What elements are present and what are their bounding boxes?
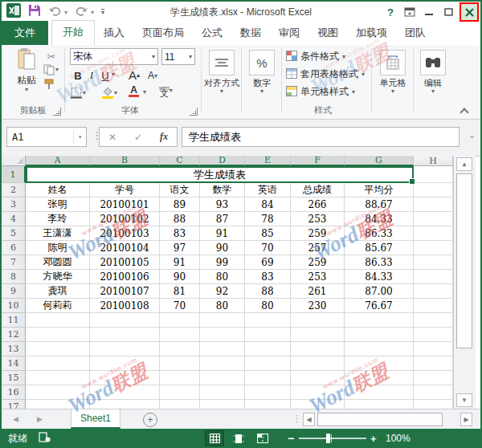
name-box-dropdown-icon[interactable]: ▾ <box>73 130 86 144</box>
cell[interactable]: 20100108 <box>90 299 160 313</box>
cell[interactable]: 70 <box>245 241 291 255</box>
cell[interactable]: 253 <box>291 270 345 284</box>
normal-view-button[interactable] <box>205 430 224 446</box>
cell[interactable]: 84.33 <box>345 212 414 226</box>
zoom-in-button[interactable]: + <box>370 433 377 445</box>
cell[interactable]: 93 <box>200 198 245 212</box>
cell[interactable]: 83 <box>245 270 291 284</box>
cell[interactable] <box>245 385 291 400</box>
cell[interactable] <box>345 400 414 409</box>
cell[interactable]: 70 <box>160 299 200 313</box>
cancel-entry-button[interactable]: ✕ <box>108 132 116 143</box>
cell[interactable]: 259 <box>291 226 345 241</box>
sheet-tab-sheet1[interactable]: Sheet1 <box>71 409 120 429</box>
cell[interactable]: 学号 <box>90 183 160 198</box>
page-layout-view-button[interactable] <box>229 430 248 446</box>
page-break-view-button[interactable] <box>253 430 272 446</box>
cell[interactable] <box>200 385 245 400</box>
format-painter-button[interactable] <box>43 79 55 90</box>
cell[interactable] <box>414 400 453 409</box>
name-box[interactable]: A1 ▾ <box>6 127 87 147</box>
cell[interactable] <box>90 356 160 371</box>
select-all-button[interactable] <box>2 156 26 166</box>
cell[interactable]: 龚琪 <box>26 284 90 299</box>
cell[interactable] <box>414 299 453 313</box>
row-header-13[interactable]: 13 <box>2 342 26 356</box>
cell[interactable] <box>160 356 200 371</box>
cell[interactable] <box>160 385 200 400</box>
cell[interactable]: 78 <box>245 212 291 226</box>
cell[interactable]: 81 <box>160 284 200 299</box>
row-header-16[interactable]: 16 <box>2 385 26 400</box>
ribbon-tab-数据[interactable]: 数据 <box>231 22 270 45</box>
merged-title-cell[interactable]: 学生成绩表 <box>26 166 414 183</box>
font-size-combobox[interactable]: 11 ▾ <box>161 48 195 65</box>
font-dialog-launcher[interactable] <box>190 108 198 116</box>
cell[interactable] <box>200 400 245 409</box>
italic-button[interactable]: I <box>87 68 96 83</box>
cell[interactable] <box>200 356 245 371</box>
cell[interactable] <box>90 342 160 356</box>
cell[interactable] <box>26 400 90 409</box>
ribbon-tab-审阅[interactable]: 审阅 <box>270 22 308 45</box>
cell[interactable] <box>26 385 90 400</box>
horizontal-scrollbar[interactable] <box>316 413 459 426</box>
save-button[interactable] <box>28 4 41 20</box>
undo-button[interactable] <box>48 5 62 19</box>
cell[interactable]: 李玲 <box>26 212 90 226</box>
sheet-nav-left-icon[interactable]: ◀ <box>13 415 18 423</box>
ribbon-tab-加载项[interactable]: 加载项 <box>347 22 396 45</box>
ribbon-tab-插入[interactable]: 插入 <box>95 22 133 45</box>
cell[interactable]: 97 <box>160 241 200 255</box>
formula-input[interactable]: 学生成绩表 <box>182 127 460 147</box>
column-header-B[interactable]: B <box>90 156 160 166</box>
cell[interactable] <box>26 328 90 342</box>
alignment-group-button[interactable]: 对齐方式 ▾ <box>204 50 239 94</box>
underline-button[interactable]: U <box>100 68 111 83</box>
cell[interactable] <box>414 356 453 371</box>
column-header-H[interactable]: H <box>414 156 453 166</box>
row-header-11[interactable]: 11 <box>2 313 26 328</box>
cell[interactable] <box>291 328 345 342</box>
cell[interactable] <box>90 385 160 400</box>
cell[interactable] <box>245 342 291 356</box>
ribbon-display-options-button[interactable] <box>402 3 418 21</box>
cell[interactable] <box>245 313 291 328</box>
undo-dropdown-icon[interactable]: ▾ <box>64 9 67 16</box>
cell[interactable]: 87.00 <box>345 284 414 299</box>
cell[interactable] <box>26 342 90 356</box>
scroll-down-icon[interactable]: ▼ <box>456 393 472 407</box>
cell[interactable]: 91 <box>160 255 200 270</box>
cell[interactable]: 数学 <box>200 183 245 198</box>
cell[interactable]: 87 <box>200 212 245 226</box>
cell[interactable] <box>160 313 200 328</box>
expand-formula-bar-icon[interactable]: ⌄ <box>469 131 476 140</box>
cells-group-button[interactable]: 单元格 ▾ <box>376 50 410 94</box>
cut-button[interactable]: ✂ <box>43 50 59 63</box>
cell[interactable] <box>200 371 245 385</box>
cell[interactable] <box>414 328 453 342</box>
cell[interactable] <box>245 356 291 371</box>
column-header-A[interactable]: A <box>26 156 90 166</box>
row-header-5[interactable]: 5 <box>2 226 26 241</box>
cell[interactable] <box>414 198 453 212</box>
cell[interactable] <box>90 328 160 342</box>
cell[interactable]: 84 <box>245 198 291 212</box>
zoom-slider-track[interactable] <box>299 438 366 439</box>
close-button[interactable] <box>460 2 479 22</box>
cell[interactable]: 何莉莉 <box>26 299 90 313</box>
shrink-font-button[interactable]: A▾ <box>148 70 157 81</box>
row-header-7[interactable]: 7 <box>2 255 26 270</box>
cell[interactable] <box>345 385 414 400</box>
cell[interactable] <box>414 284 453 299</box>
cell[interactable] <box>245 371 291 385</box>
enter-entry-button[interactable]: ✓ <box>134 132 142 143</box>
cell[interactable]: 20100103 <box>90 226 160 241</box>
redo-dropdown-icon[interactable]: ▾ <box>91 9 94 16</box>
cell[interactable] <box>414 166 453 183</box>
cell[interactable]: 90 <box>200 241 245 255</box>
column-header-E[interactable]: E <box>245 156 291 166</box>
zoom-out-button[interactable]: − <box>288 432 294 445</box>
phonetic-guide-button[interactable]: wén文 ▾ <box>159 85 173 96</box>
cell[interactable] <box>160 400 200 409</box>
